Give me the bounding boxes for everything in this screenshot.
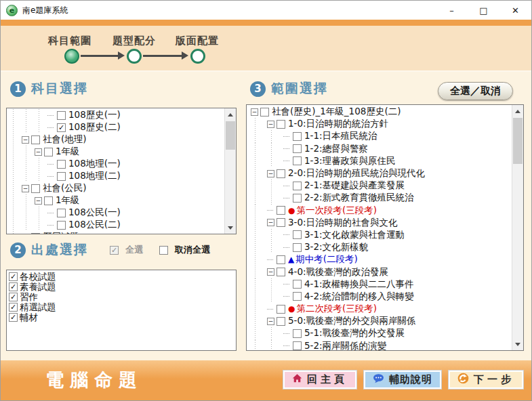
source-checkbox[interactable]: ✓: [9, 282, 18, 291]
tree-checkbox[interactable]: [277, 305, 285, 314]
collapse-icon[interactable]: −: [35, 148, 42, 156]
collapse-icon[interactable]: −: [22, 136, 29, 144]
tree-node[interactable]: ●第一次段考(三段考): [251, 205, 511, 217]
tree-checkbox[interactable]: [293, 292, 302, 301]
tree-node[interactable]: −3-0:日治時期的社會與文化: [251, 217, 511, 229]
tree-node[interactable]: −社會(公民): [9, 182, 224, 194]
tree-node[interactable]: 1-2:總督與警察: [251, 143, 511, 155]
help-button[interactable]: 輔助說明: [364, 371, 441, 389]
tree-checkbox[interactable]: [293, 243, 302, 252]
source-item[interactable]: ✓輔材: [7, 312, 235, 322]
tree-checkbox[interactable]: [277, 169, 285, 178]
scrollbar-thumb[interactable]: [513, 118, 523, 164]
tree-node[interactable]: 3-2:文化新樣貌: [251, 241, 511, 253]
tree-checkbox[interactable]: [277, 255, 285, 264]
tree-checkbox[interactable]: ✓: [57, 123, 66, 132]
tree-node[interactable]: 5-2:兩岸關係的演變: [251, 340, 511, 350]
collapse-icon[interactable]: −: [267, 219, 274, 226]
tree-checkbox[interactable]: [293, 230, 302, 239]
collapse-icon[interactable]: −: [22, 185, 29, 192]
tree-checkbox[interactable]: [57, 111, 66, 120]
collapse-icon[interactable]: −: [251, 108, 258, 116]
source-checkbox[interactable]: ✓: [9, 313, 18, 322]
close-button[interactable]: ✕: [499, 1, 531, 20]
source-item[interactable]: ✓素養試題: [7, 282, 235, 292]
tree-checkbox[interactable]: [57, 209, 66, 217]
tree-node[interactable]: 108公民(一): [9, 207, 224, 219]
tree-node[interactable]: −4-0:戰後臺灣的政治發展: [251, 266, 511, 278]
tree-node[interactable]: 108公民(二): [9, 219, 224, 231]
tree-checkbox[interactable]: [31, 233, 40, 234]
tree-node[interactable]: 2-1:基礎建設與產業發展: [251, 180, 511, 192]
tree-checkbox[interactable]: [277, 317, 285, 326]
tree-checkbox[interactable]: [293, 280, 302, 289]
tree-checkbox[interactable]: [277, 218, 285, 227]
tree-checkbox[interactable]: [57, 160, 66, 169]
tree-node[interactable]: −1年級: [9, 194, 224, 207]
tree-checkbox[interactable]: [277, 206, 285, 215]
tree-node[interactable]: −2-0:日治時期的殖民統治與現代化: [251, 167, 511, 180]
select-all-checkbox[interactable]: ✓: [110, 246, 119, 255]
tree-checkbox[interactable]: [31, 135, 40, 144]
collapse-icon[interactable]: −: [35, 197, 42, 205]
tree-node[interactable]: −1-0:日治時期的統治方針: [251, 118, 511, 130]
tree-checkbox[interactable]: [277, 268, 285, 276]
tree-node[interactable]: −社會(地理): [9, 133, 224, 146]
tree-node[interactable]: −社會(歷史)_1年級_108歷史(二): [251, 106, 511, 118]
select-all-option[interactable]: ✓ 全選: [110, 244, 143, 256]
source-checkbox[interactable]: ✓: [9, 303, 18, 312]
scrollbar-thumb[interactable]: [226, 121, 235, 150]
tree-checkbox[interactable]: [293, 182, 302, 190]
source-checkbox[interactable]: ✓: [9, 272, 18, 281]
collapse-icon[interactable]: −: [267, 121, 274, 128]
tree-node[interactable]: 5-1:戰後臺灣的外交發展: [251, 327, 511, 339]
tree-node[interactable]: +歷屆試題: [9, 231, 224, 234]
collapse-icon[interactable]: −: [267, 170, 274, 177]
step-dot-2-icon[interactable]: [127, 49, 142, 64]
tree-node[interactable]: 4-2:統治體制的移入與轉變: [251, 291, 511, 303]
tree-checkbox[interactable]: [293, 132, 302, 141]
tree-checkbox[interactable]: [260, 108, 269, 117]
tree-node[interactable]: −5-0:戰後臺灣的外交與兩岸關係: [251, 315, 511, 327]
maximize-button[interactable]: □: [468, 1, 499, 20]
deselect-all-option[interactable]: 取消全選: [159, 244, 210, 256]
tree-node[interactable]: 4-1:政權轉換與二二八事件: [251, 278, 511, 291]
source-item[interactable]: ✓精選試題: [7, 302, 235, 312]
deselect-all-checkbox[interactable]: [159, 246, 168, 255]
tree-checkbox[interactable]: [293, 194, 302, 203]
tree-node[interactable]: ✓108歷史(二): [9, 121, 224, 133]
tree-node[interactable]: −1年級: [9, 146, 224, 158]
tree-checkbox[interactable]: [293, 341, 302, 350]
tree-node[interactable]: 1-1:日本殖民統治: [251, 130, 511, 142]
next-step-button[interactable]: 下一步: [449, 371, 523, 389]
subject-tree-scrollbar[interactable]: [224, 108, 236, 234]
home-button[interactable]: 回主頁: [283, 371, 356, 389]
tree-node[interactable]: ▲期中考(二段考): [251, 253, 511, 266]
tree-node[interactable]: 108地理(二): [9, 170, 224, 182]
tree-checkbox[interactable]: [31, 184, 40, 193]
tree-node[interactable]: 108地理(一): [9, 158, 224, 170]
scope-tree-scrollbar[interactable]: [512, 105, 523, 350]
expand-icon[interactable]: +: [22, 234, 29, 234]
tree-node[interactable]: 2-2:新式教育貫徹殖民統治: [251, 192, 511, 204]
step-dot-1-current-icon[interactable]: [64, 49, 79, 64]
tree-checkbox[interactable]: [293, 329, 302, 338]
scroll-down-icon[interactable]: [225, 222, 236, 233]
tree-checkbox[interactable]: [44, 196, 53, 205]
tree-node[interactable]: 3-1:文化啟蒙與社會運動: [251, 229, 511, 241]
tree-checkbox[interactable]: [277, 120, 285, 129]
tree-checkbox[interactable]: [293, 144, 302, 153]
step-dot-3-icon[interactable]: [190, 49, 205, 64]
collapse-icon[interactable]: −: [267, 268, 274, 276]
collapse-icon[interactable]: −: [267, 318, 274, 325]
source-checkbox[interactable]: ✓: [9, 293, 18, 301]
tree-node[interactable]: 108歷史(一): [9, 109, 224, 121]
scroll-up-icon[interactable]: [225, 109, 236, 120]
tree-checkbox[interactable]: [44, 148, 53, 156]
tree-checkbox[interactable]: [293, 156, 302, 165]
scroll-down-icon[interactable]: [512, 339, 523, 350]
tree-checkbox[interactable]: [57, 221, 66, 230]
select-all-toggle-button[interactable]: 全選／取消: [438, 82, 513, 100]
tree-node[interactable]: 1-3:理蕃政策與原住民: [251, 155, 511, 167]
tree-node[interactable]: ●第二次段考(三段考): [251, 303, 511, 315]
